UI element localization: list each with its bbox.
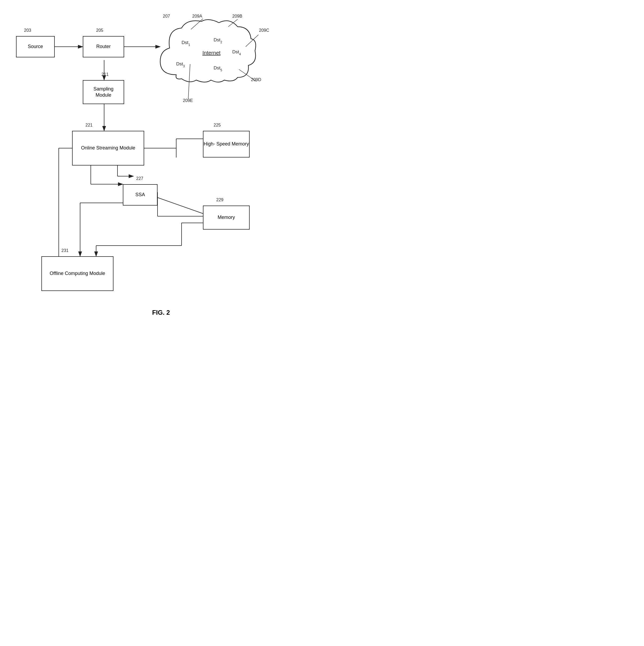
router-ref: 205 [96, 28, 103, 33]
source-box: Source [16, 36, 55, 58]
diagram: Source 203 Router 205 SamplingModule 211… [0, 0, 322, 323]
router-label: Router [96, 43, 111, 49]
offline-computing-box: Offline Computing Module [41, 256, 113, 291]
svg-line-12 [157, 198, 203, 214]
online-streaming-label: Online Streaming Module [81, 145, 135, 151]
high-speed-memory-box: High- Speed Memory [203, 131, 250, 157]
fig-caption: FIG. 2 [0, 309, 322, 316]
sampling-ref: 211 [101, 72, 109, 77]
offline-computing-label: Offline Computing Module [50, 271, 105, 277]
source-ref: 203 [24, 28, 31, 33]
source-label: Source [28, 43, 43, 49]
internet-ref: 207 [163, 14, 170, 19]
offline-ref: 231 [62, 248, 69, 253]
memory-label: Memory [218, 214, 235, 220]
osm-ref: 221 [86, 123, 93, 128]
memory-ref: 229 [216, 198, 223, 202]
ssa-ref: 227 [136, 176, 143, 181]
sampling-box: SamplingModule [83, 80, 124, 104]
dst2-ref: 209B [232, 14, 242, 19]
dst3-ref: 209E [183, 98, 193, 103]
dst5-ref: 209D [251, 78, 261, 82]
ssa-label: SSA [135, 192, 145, 198]
sampling-label: SamplingModule [93, 86, 113, 99]
dst4-ref: 209C [259, 28, 269, 33]
hsm-ref: 225 [214, 123, 221, 128]
internet-cloud: Internet Dst1 Dst2 Dst4 Dst3 Dst5 [155, 16, 256, 91]
internet-label: Internet [202, 50, 221, 56]
ssa-box: SSA [123, 184, 157, 206]
online-streaming-box: Online Streaming Module [72, 131, 144, 166]
high-speed-memory-label: High- Speed Memory [203, 141, 249, 147]
dst1-ref: 209A [192, 14, 202, 19]
memory-box: Memory [203, 206, 250, 230]
router-box: Router [83, 36, 124, 58]
